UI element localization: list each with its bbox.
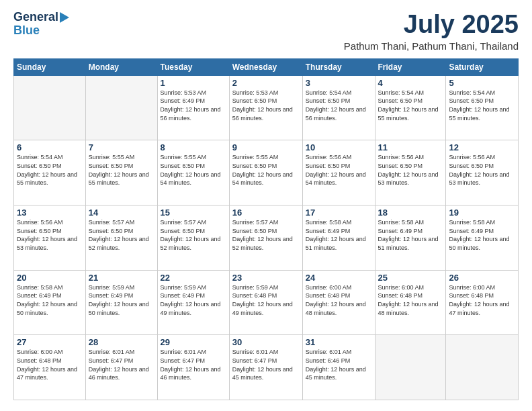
calendar-week-row: 20 Sunrise: 5:58 AMSunset: 6:49 PMDaylig… xyxy=(14,270,519,335)
day-info: Sunrise: 5:58 AMSunset: 6:49 PMDaylight:… xyxy=(306,219,366,251)
day-number: 1 xyxy=(161,78,226,88)
calendar-day-cell: 9 Sunrise: 5:55 AMSunset: 6:50 PMDayligh… xyxy=(229,140,302,205)
calendar-week-row: 6 Sunrise: 5:54 AMSunset: 6:50 PMDayligh… xyxy=(14,140,519,205)
day-info: Sunrise: 6:01 AMSunset: 6:47 PMDaylight:… xyxy=(161,349,221,381)
day-number: 29 xyxy=(161,337,226,347)
weekday-header-row: Sunday Monday Tuesday Wednesday Thursday… xyxy=(14,58,519,75)
day-info: Sunrise: 5:55 AMSunset: 6:50 PMDaylight:… xyxy=(161,154,221,186)
calendar-day-cell: 13 Sunrise: 5:56 AMSunset: 6:50 PMDaylig… xyxy=(14,205,86,271)
day-number: 13 xyxy=(17,208,83,218)
calendar-week-row: 13 Sunrise: 5:56 AMSunset: 6:50 PMDaylig… xyxy=(14,205,519,271)
day-info: Sunrise: 5:56 AMSunset: 6:50 PMDaylight:… xyxy=(17,219,77,251)
calendar-day-cell: 2 Sunrise: 5:53 AMSunset: 6:50 PMDayligh… xyxy=(229,75,302,140)
calendar-day-cell xyxy=(446,335,519,400)
calendar-day-cell: 25 Sunrise: 6:00 AMSunset: 6:48 PMDaylig… xyxy=(375,270,446,335)
day-number: 15 xyxy=(161,208,226,218)
calendar-day-cell: 31 Sunrise: 6:01 AMSunset: 6:46 PMDaylig… xyxy=(302,335,375,400)
calendar-day-cell: 27 Sunrise: 6:00 AMSunset: 6:48 PMDaylig… xyxy=(14,335,86,400)
day-number: 24 xyxy=(306,273,372,283)
calendar-body: 1 Sunrise: 5:53 AMSunset: 6:49 PMDayligh… xyxy=(14,75,519,400)
calendar-day-cell: 23 Sunrise: 5:59 AMSunset: 6:48 PMDaylig… xyxy=(229,270,302,335)
calendar-day-cell: 19 Sunrise: 5:58 AMSunset: 6:49 PMDaylig… xyxy=(446,205,519,271)
day-number: 14 xyxy=(89,208,154,218)
day-info: Sunrise: 5:53 AMSunset: 6:50 PMDaylight:… xyxy=(232,89,293,122)
title-section: July 2025 Pathum Thani, Pathum Thani, Th… xyxy=(344,11,519,52)
day-number: 19 xyxy=(449,208,515,218)
day-number: 7 xyxy=(89,142,154,152)
day-info: Sunrise: 6:00 AMSunset: 6:48 PMDaylight:… xyxy=(17,349,77,381)
logo: General Blue xyxy=(13,11,69,38)
calendar-day-cell: 18 Sunrise: 5:58 AMSunset: 6:49 PMDaylig… xyxy=(375,205,446,271)
calendar-day-cell: 1 Sunrise: 5:53 AMSunset: 6:49 PMDayligh… xyxy=(157,75,229,140)
logo-arrow-icon xyxy=(60,12,69,23)
day-number: 21 xyxy=(89,273,154,283)
day-info: Sunrise: 6:01 AMSunset: 6:46 PMDaylight:… xyxy=(306,349,366,381)
logo-text-blue: Blue xyxy=(13,24,40,38)
day-number: 31 xyxy=(306,337,372,347)
page: General Blue July 2025 Pathum Thani, Pat… xyxy=(0,0,532,411)
day-number: 5 xyxy=(449,78,515,88)
col-wednesday: Wednesday xyxy=(229,58,302,75)
day-info: Sunrise: 6:01 AMSunset: 6:47 PMDaylight:… xyxy=(89,349,149,381)
day-info: Sunrise: 5:57 AMSunset: 6:50 PMDaylight:… xyxy=(161,219,221,251)
day-info: Sunrise: 6:01 AMSunset: 6:47 PMDaylight:… xyxy=(232,349,293,381)
day-info: Sunrise: 5:58 AMSunset: 6:49 PMDaylight:… xyxy=(17,284,77,316)
day-number: 25 xyxy=(378,273,443,283)
calendar-week-row: 1 Sunrise: 5:53 AMSunset: 6:49 PMDayligh… xyxy=(14,75,519,140)
day-info: Sunrise: 5:55 AMSunset: 6:50 PMDaylight:… xyxy=(89,154,149,186)
calendar-day-cell: 24 Sunrise: 6:00 AMSunset: 6:48 PMDaylig… xyxy=(302,270,375,335)
day-info: Sunrise: 5:54 AMSunset: 6:50 PMDaylight:… xyxy=(378,89,439,122)
calendar-day-cell: 8 Sunrise: 5:55 AMSunset: 6:50 PMDayligh… xyxy=(157,140,229,205)
day-number: 16 xyxy=(232,208,300,218)
day-info: Sunrise: 5:56 AMSunset: 6:50 PMDaylight:… xyxy=(306,154,366,186)
day-number: 4 xyxy=(378,78,443,88)
logo-text-general: General xyxy=(13,11,58,24)
day-number: 17 xyxy=(306,208,372,218)
calendar-day-cell: 21 Sunrise: 5:59 AMSunset: 6:49 PMDaylig… xyxy=(85,270,157,335)
month-title: July 2025 xyxy=(344,11,519,39)
day-number: 26 xyxy=(449,273,515,283)
calendar-day-cell: 17 Sunrise: 5:58 AMSunset: 6:49 PMDaylig… xyxy=(302,205,375,271)
day-info: Sunrise: 5:59 AMSunset: 6:48 PMDaylight:… xyxy=(232,284,293,316)
col-saturday: Saturday xyxy=(446,58,519,75)
location-title: Pathum Thani, Pathum Thani, Thailand xyxy=(344,40,519,52)
calendar-week-row: 27 Sunrise: 6:00 AMSunset: 6:48 PMDaylig… xyxy=(14,335,519,400)
col-sunday: Sunday xyxy=(14,58,86,75)
day-number: 20 xyxy=(17,273,83,283)
day-info: Sunrise: 5:53 AMSunset: 6:49 PMDaylight:… xyxy=(161,89,221,122)
day-number: 3 xyxy=(306,78,372,88)
calendar-day-cell: 15 Sunrise: 5:57 AMSunset: 6:50 PMDaylig… xyxy=(157,205,229,271)
col-monday: Monday xyxy=(85,58,157,75)
day-info: Sunrise: 5:56 AMSunset: 6:50 PMDaylight:… xyxy=(449,154,509,186)
calendar-day-cell: 12 Sunrise: 5:56 AMSunset: 6:50 PMDaylig… xyxy=(446,140,519,205)
calendar-table: Sunday Monday Tuesday Wednesday Thursday… xyxy=(13,58,519,400)
day-number: 10 xyxy=(306,142,372,152)
calendar-day-cell: 26 Sunrise: 6:00 AMSunset: 6:48 PMDaylig… xyxy=(446,270,519,335)
day-number: 22 xyxy=(161,273,226,283)
day-number: 8 xyxy=(161,142,226,152)
calendar-day-cell: 14 Sunrise: 5:57 AMSunset: 6:50 PMDaylig… xyxy=(85,205,157,271)
day-number: 6 xyxy=(17,142,83,152)
calendar-day-cell: 28 Sunrise: 6:01 AMSunset: 6:47 PMDaylig… xyxy=(85,335,157,400)
day-number: 18 xyxy=(378,208,443,218)
col-tuesday: Tuesday xyxy=(157,58,229,75)
calendar-day-cell: 11 Sunrise: 5:56 AMSunset: 6:50 PMDaylig… xyxy=(375,140,446,205)
day-info: Sunrise: 5:59 AMSunset: 6:49 PMDaylight:… xyxy=(161,284,221,316)
calendar-day-cell: 5 Sunrise: 5:54 AMSunset: 6:50 PMDayligh… xyxy=(446,75,519,140)
calendar-day-cell: 29 Sunrise: 6:01 AMSunset: 6:47 PMDaylig… xyxy=(157,335,229,400)
calendar-day-cell: 4 Sunrise: 5:54 AMSunset: 6:50 PMDayligh… xyxy=(375,75,446,140)
day-info: Sunrise: 6:00 AMSunset: 6:48 PMDaylight:… xyxy=(306,284,366,316)
day-number: 28 xyxy=(89,337,154,347)
day-info: Sunrise: 5:57 AMSunset: 6:50 PMDaylight:… xyxy=(232,219,293,251)
day-info: Sunrise: 5:59 AMSunset: 6:49 PMDaylight:… xyxy=(89,284,149,316)
day-info: Sunrise: 6:00 AMSunset: 6:48 PMDaylight:… xyxy=(449,284,509,316)
calendar-day-cell: 16 Sunrise: 5:57 AMSunset: 6:50 PMDaylig… xyxy=(229,205,302,271)
col-thursday: Thursday xyxy=(302,58,375,75)
day-info: Sunrise: 5:56 AMSunset: 6:50 PMDaylight:… xyxy=(378,154,439,186)
day-number: 12 xyxy=(449,142,515,152)
calendar-day-cell xyxy=(375,335,446,400)
calendar-day-cell: 7 Sunrise: 5:55 AMSunset: 6:50 PMDayligh… xyxy=(85,140,157,205)
col-friday: Friday xyxy=(375,58,446,75)
calendar-day-cell xyxy=(14,75,86,140)
calendar-day-cell: 6 Sunrise: 5:54 AMSunset: 6:50 PMDayligh… xyxy=(14,140,86,205)
